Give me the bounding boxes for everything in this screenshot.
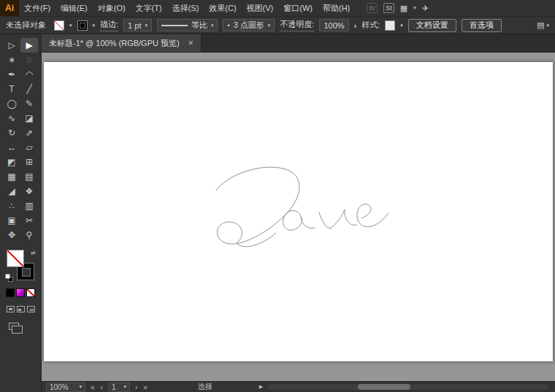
menu-item-2[interactable]: 编辑(E) <box>56 0 93 16</box>
swap-fill-stroke-icon[interactable]: ⇄ <box>31 250 36 256</box>
default-fill-mini <box>5 274 10 279</box>
default-fill-stroke-icon[interactable] <box>5 274 13 282</box>
slice-tool[interactable]: ✂ <box>20 213 38 228</box>
style-chevron-icon[interactable]: ▾ <box>400 23 403 28</box>
app-logo[interactable]: Ai <box>0 0 19 16</box>
menu-bar: Ai 文件(F)编辑(E)对象(O)文字(T)选择(S)效果(C)视图(V)窗口… <box>0 0 555 16</box>
apply-none-button[interactable] <box>26 288 35 297</box>
control-bar: 未选择对象 ▾ ▾ 描边: 1 pt ▾ 等比 ▾ • 3 点圆形 ▾ 不透明度… <box>0 16 555 34</box>
width-profile-combo[interactable]: 等比 ▾ <box>157 19 218 31</box>
previous-artboard-button[interactable]: ‹ <box>100 383 104 391</box>
type-tool[interactable]: T <box>3 82 20 96</box>
zoom-tool[interactable]: ⚲ <box>20 228 38 242</box>
artwork-love-outline[interactable] <box>44 62 553 361</box>
eraser-tool[interactable]: ◪ <box>20 111 38 126</box>
opacity-value: 100% <box>324 21 344 30</box>
style-swatch[interactable] <box>385 20 395 31</box>
artboard[interactable] <box>44 62 553 361</box>
shape-builder-tool[interactable]: ◩ <box>3 155 20 169</box>
apply-gradient-button[interactable] <box>16 288 25 297</box>
change-screen-mode-icon[interactable] <box>9 323 19 330</box>
menu-item-4[interactable]: 文字(T) <box>131 0 167 16</box>
menu-item-5[interactable]: 选择(S) <box>167 0 204 16</box>
symbol-sprayer-tool[interactable]: ∴ <box>3 199 20 213</box>
draw-behind-icon[interactable] <box>17 306 25 312</box>
arrange-documents-chevron-icon[interactable]: ▾ <box>413 5 416 11</box>
share-icon[interactable]: ✈ <box>422 4 429 13</box>
perspective-grid-tool[interactable]: ⊞ <box>20 155 38 169</box>
artboard-number-combo[interactable]: 1 ▾ <box>108 383 130 392</box>
brush-chevron-icon: ▾ <box>268 23 271 28</box>
menu-item-9[interactable]: 帮助(H) <box>318 0 355 16</box>
panel-options-chevron-icon: ▾ <box>546 23 549 28</box>
next-artboard-button[interactable]: › <box>134 383 138 391</box>
draw-normal-icon[interactable] <box>7 306 15 312</box>
first-artboard-button[interactable]: « <box>90 383 96 391</box>
zoom-level-combo[interactable]: 100% ▾ <box>46 383 85 392</box>
fill-stroke-indicator[interactable]: ⇄ <box>5 250 36 282</box>
selection-tool[interactable]: ▶ <box>20 38 38 53</box>
shaper-tool[interactable]: ∿ <box>3 111 20 126</box>
hand-tool[interactable]: ✥ <box>3 228 20 242</box>
stroke-weight-label[interactable]: 描边: <box>100 19 118 31</box>
brush-dot-icon: • <box>227 22 229 29</box>
tab-close-icon[interactable]: × <box>188 39 194 47</box>
fill-chevron-icon[interactable]: ▾ <box>69 23 72 28</box>
mesh-tool[interactable]: ▦ <box>3 169 20 184</box>
brush-combo[interactable]: • 3 点圆形 ▾ <box>223 19 275 31</box>
control-panel-menu[interactable]: ▤ ▾ <box>537 20 549 30</box>
document-setup-button[interactable]: 文档设置 <box>408 19 456 32</box>
document-tab[interactable]: 未标题-1* @ 100% (RGB/GPU 预览) × <box>42 34 202 52</box>
artboard-number-value: 1 <box>112 383 116 391</box>
stroke-color-swatch[interactable] <box>77 20 88 31</box>
menu-item-1[interactable]: 文件(F) <box>19 0 56 16</box>
main-area: ▷▶∗◌✒◠T╱◯✎∿◪↻⇗↔▱◩⊞▦▤◢❖∴▥▣✂✥⚲ ⇄ 未标题-1 <box>0 34 555 392</box>
menu-item-7[interactable]: 视图(V) <box>242 0 279 16</box>
stroke-chevron-icon[interactable]: ▾ <box>93 23 96 28</box>
draw-inside-icon[interactable] <box>27 306 35 312</box>
gradient-tool[interactable]: ▤ <box>20 169 38 184</box>
arrange-documents-icon[interactable]: ▦ <box>400 4 407 13</box>
menu-item-3[interactable]: 对象(O) <box>93 0 131 16</box>
blend-tool[interactable]: ❖ <box>20 184 38 199</box>
magic-wand-tool[interactable]: ∗ <box>3 53 20 67</box>
rotate-tool[interactable]: ↻ <box>3 126 20 140</box>
fill-color-swatch[interactable] <box>54 20 64 31</box>
stock-icon[interactable]: St <box>383 3 394 13</box>
drawing-modes <box>7 306 35 312</box>
apply-color-button[interactable] <box>6 288 15 297</box>
artboard-number-chevron-icon: ▾ <box>123 384 126 390</box>
stroke-weight-chevron-icon: ▾ <box>145 23 148 28</box>
horizontal-scrollbar-thumb[interactable] <box>358 384 410 390</box>
scale-tool[interactable]: ⇗ <box>20 126 38 140</box>
menu-item-6[interactable]: 效果(C) <box>204 0 241 16</box>
curvature-tool[interactable]: ◠ <box>20 67 38 82</box>
opacity-combo[interactable]: 100% <box>319 19 348 31</box>
preferences-button[interactable]: 首选项 <box>462 19 502 32</box>
status-menu-arrow-icon[interactable]: ▶ <box>259 384 263 390</box>
eyedropper-tool[interactable]: ◢ <box>3 184 20 199</box>
zoom-chevron-icon: ▾ <box>79 384 82 390</box>
menu-item-8[interactable]: 窗口(W) <box>278 0 318 16</box>
direct-selection-tool[interactable]: ▷ <box>3 38 20 53</box>
ellipse-tool[interactable]: ◯ <box>3 96 20 111</box>
opacity-expand-icon[interactable]: › <box>354 21 357 30</box>
bridge-icon[interactable]: Br <box>367 3 378 13</box>
horizontal-scrollbar[interactable] <box>267 384 549 390</box>
last-artboard-button[interactable]: » <box>142 383 148 391</box>
lasso-tool[interactable]: ◌ <box>20 53 38 67</box>
stroke-weight-combo[interactable]: 1 pt ▾ <box>123 19 152 31</box>
opacity-label[interactable]: 不透明度: <box>280 19 314 31</box>
column-graph-tool[interactable]: ▥ <box>20 199 38 213</box>
status-tool-text: 选择 <box>198 382 213 392</box>
width-tool[interactable]: ↔ <box>3 140 20 155</box>
document-tab-title: 未标题-1* @ 100% (RGB/GPU 预览) <box>49 38 180 49</box>
pen-tool[interactable]: ✒ <box>3 67 20 82</box>
canvas[interactable] <box>42 53 555 381</box>
artboard-tool[interactable]: ▣ <box>3 213 20 228</box>
brush-value: 3 点圆形 <box>234 20 264 31</box>
free-transform-tool[interactable]: ▱ <box>20 140 38 155</box>
paintbrush-tool[interactable]: ✎ <box>20 96 38 111</box>
fill-indicator-none[interactable] <box>7 250 24 267</box>
line-segment-tool[interactable]: ╱ <box>20 82 38 96</box>
